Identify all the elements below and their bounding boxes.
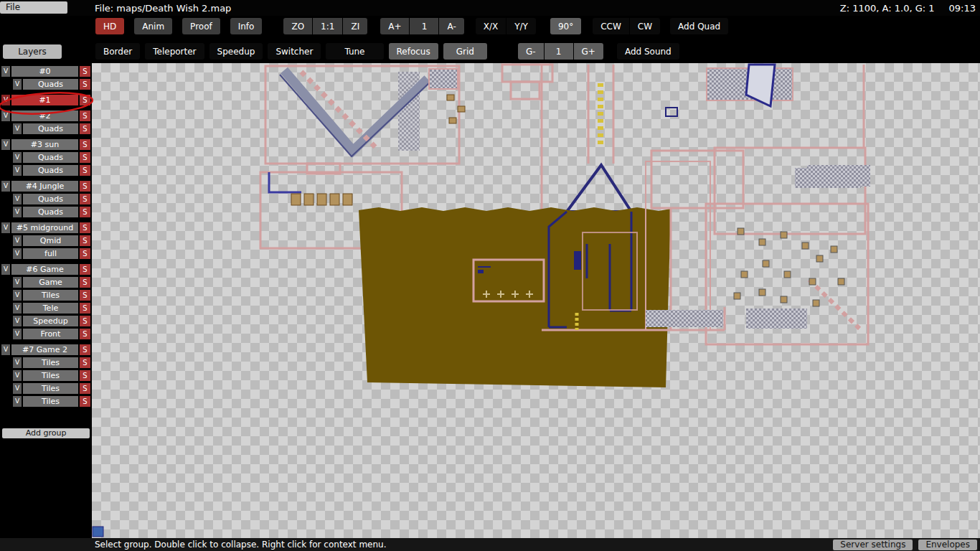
s-flag-toggle[interactable]: S [80,152,90,163]
teleporter-button[interactable]: Teleporter [145,43,204,60]
layer-row-qmid[interactable]: VQmidS [0,235,92,246]
visibility-toggle[interactable]: V [13,248,22,259]
flip-x-button[interactable]: X/X [476,18,506,34]
refocus-button[interactable]: Refocus [389,43,438,60]
row-label[interactable]: Quads [23,165,78,176]
layer-row-full[interactable]: VfullS [0,248,92,259]
visibility-toggle[interactable]: V [1,264,10,275]
grid-size-value[interactable]: 1 [545,43,573,60]
visibility-toggle[interactable]: V [13,329,22,339]
visibility-toggle[interactable]: V [13,316,22,326]
layer-row-quads[interactable]: VQuadsS [0,165,92,176]
border-button[interactable]: Border [95,43,140,60]
rotate-cw-button[interactable]: CW [630,18,660,34]
visibility-toggle[interactable]: V [13,165,22,176]
visibility-toggle[interactable]: V [13,383,22,394]
group-row-3-sun[interactable]: V#3 sunS [0,139,92,150]
group-row-6-game[interactable]: V#6 GameS [0,264,92,275]
visibility-toggle[interactable]: V [13,370,22,381]
layer-row-tiles[interactable]: VTilesS [0,383,92,394]
s-flag-toggle[interactable]: S [80,277,90,288]
row-label[interactable]: Speedup [23,316,78,326]
group-row-4-jungle[interactable]: V#4 JungleS [0,181,92,192]
anim-speed-value[interactable]: 1 [410,18,438,34]
visibility-toggle[interactable]: V [1,344,10,355]
visibility-toggle[interactable]: V [13,290,22,301]
zoom-reset-button[interactable]: 1:1 [313,18,342,34]
row-label[interactable]: Tiles [23,357,78,368]
visibility-toggle[interactable]: V [1,139,10,150]
anim-slower-button[interactable]: A- [439,18,463,34]
s-flag-toggle[interactable]: S [80,95,90,105]
row-label[interactable]: #0 [11,66,78,77]
s-flag-toggle[interactable]: S [80,344,90,355]
s-flag-toggle[interactable]: S [80,123,90,134]
layers-tab[interactable]: Layers [3,44,62,59]
s-flag-toggle[interactable]: S [80,207,90,217]
visibility-toggle[interactable]: V [13,207,22,217]
group-row-0[interactable]: V#0S [0,66,92,77]
layer-row-tele[interactable]: VTeleS [0,303,92,314]
add-sound-button[interactable]: Add Sound [617,43,679,60]
layer-row-tiles[interactable]: VTilesS [0,290,92,301]
zoom-out-button[interactable]: ZO [283,18,312,34]
s-flag-toggle[interactable]: S [80,139,90,150]
speedup-button[interactable]: Speedup [209,43,263,60]
file-menu-button[interactable]: File [0,1,67,14]
visibility-toggle[interactable]: V [13,194,22,204]
row-label[interactable]: #4 Jungle [11,181,78,192]
rotate-ccw-button[interactable]: CCW [593,18,629,34]
server-settings-button[interactable]: Server settings [833,540,913,550]
row-label[interactable]: Tiles [23,290,78,301]
visibility-toggle[interactable]: V [13,396,22,407]
add-quad-button[interactable]: Add Quad [670,18,728,34]
grid-button[interactable]: Grid [443,43,487,60]
row-label[interactable]: full [23,248,78,259]
layer-row-quads[interactable]: VQuadsS [0,207,92,217]
group-row-7-game-2[interactable]: V#7 Game 2S [0,344,92,355]
visibility-toggle[interactable]: V [13,235,22,246]
visibility-toggle[interactable]: V [13,152,22,163]
s-flag-toggle[interactable]: S [80,165,90,176]
s-flag-toggle[interactable]: S [80,396,90,407]
s-flag-toggle[interactable]: S [80,383,90,394]
row-label[interactable]: #2 [11,110,78,121]
row-label[interactable]: Tele [23,303,78,314]
tune-button[interactable]: Tune [326,43,383,60]
s-flag-toggle[interactable]: S [80,66,90,77]
layer-row-quads[interactable]: VQuadsS [0,123,92,134]
zoom-in-button[interactable]: ZI [343,18,367,34]
s-flag-toggle[interactable]: S [80,329,90,339]
row-label[interactable]: Qmid [23,235,78,246]
switcher-button[interactable]: Switcher [268,43,321,60]
s-flag-toggle[interactable]: S [80,370,90,381]
layer-row-quads[interactable]: VQuadsS [0,152,92,163]
info-button[interactable]: Info [230,18,263,34]
s-flag-toggle[interactable]: S [80,110,90,121]
row-label[interactable]: #7 Game 2 [11,344,78,355]
visibility-toggle[interactable]: V [1,66,10,77]
add-group-button[interactable]: Add group [2,428,90,438]
row-label[interactable]: Front [23,329,78,339]
group-row-2[interactable]: V#2S [0,110,92,121]
visibility-toggle[interactable]: V [13,123,22,134]
grid-minus-button[interactable]: G- [518,43,544,60]
envelopes-button[interactable]: Envelopes [918,540,977,550]
group-row-5-midground[interactable]: V#5 midgroundS [0,222,92,233]
visibility-toggle[interactable]: V [13,357,22,368]
hd-button[interactable]: HD [95,18,124,34]
row-label[interactable]: Tiles [23,396,78,407]
visibility-toggle[interactable]: V [13,79,22,90]
row-label[interactable]: Quads [23,79,78,90]
row-label[interactable]: Quads [23,207,78,217]
group-row-1[interactable]: V#1S [0,95,92,105]
layer-row-speedup[interactable]: VSpeedupS [0,316,92,326]
s-flag-toggle[interactable]: S [80,316,90,326]
map-canvas[interactable] [92,63,980,538]
row-label[interactable]: Game [23,277,78,288]
row-label[interactable]: Quads [23,152,78,163]
row-label[interactable]: #3 sun [11,139,78,150]
row-label[interactable]: #5 midground [11,222,78,233]
layer-row-game[interactable]: VGameS [0,277,92,288]
anim-button[interactable]: Anim [134,18,172,34]
